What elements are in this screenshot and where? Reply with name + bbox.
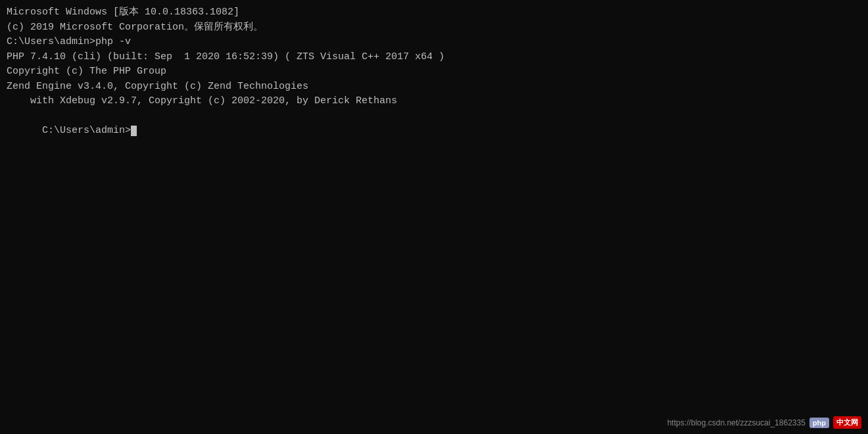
- php-badge: php: [809, 418, 829, 428]
- terminal-prompt: C:\Users\admin>: [42, 125, 131, 136]
- watermark-url: https://blog.csdn.net/zzzsucai_1862335: [667, 418, 806, 427]
- terminal-window[interactable]: Microsoft Windows [版本 10.0.18363.1082] (…: [0, 0, 868, 434]
- terminal-line: with Xdebug v2.9.7, Copyright (c) 2002-2…: [7, 94, 861, 109]
- terminal-line: Copyright (c) The PHP Group: [7, 64, 861, 80]
- terminal-line: Microsoft Windows [版本 10.0.18363.1082]: [7, 5, 861, 20]
- terminal-line: PHP 7.4.10 (cli) (built: Sep 1 2020 16:5…: [7, 50, 861, 65]
- terminal-output: Microsoft Windows [版本 10.0.18363.1082] (…: [7, 5, 861, 153]
- terminal-line: C:\Users\admin>php -v: [7, 35, 861, 50]
- terminal-line: Zend Engine v3.4.0, Copyright (c) Zend T…: [7, 80, 861, 95]
- terminal-line: (c) 2019 Microsoft Corporation。保留所有权利。: [7, 20, 861, 36]
- terminal-cursor: [131, 126, 137, 136]
- terminal-prompt-line: C:\Users\admin>: [7, 109, 861, 154]
- cn-badge: 中文网: [833, 416, 861, 429]
- watermark: https://blog.csdn.net/zzzsucai_1862335 p…: [667, 416, 861, 429]
